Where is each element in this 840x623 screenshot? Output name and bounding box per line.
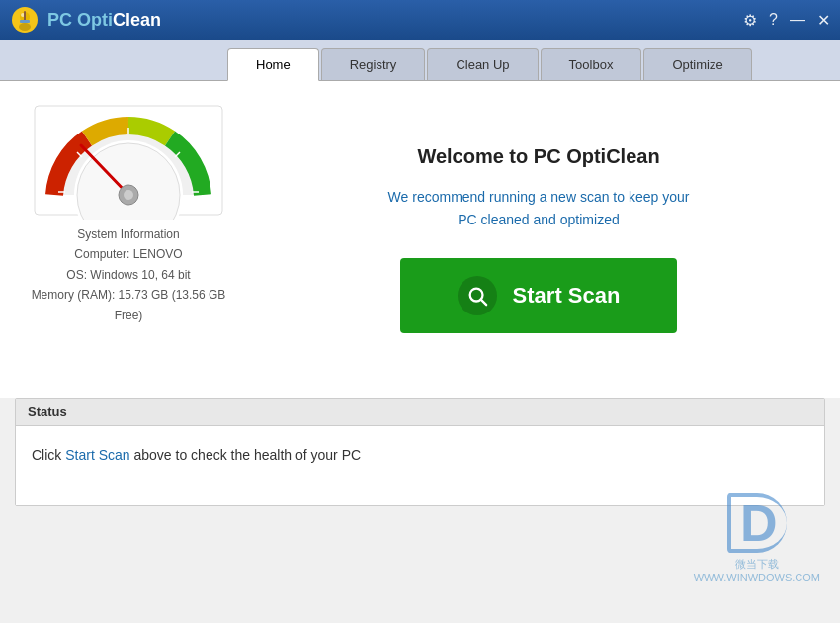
app-title: PC OptiClean — [47, 10, 743, 31]
watermark-logo: D — [727, 493, 787, 553]
app-logo-icon — [10, 5, 40, 35]
svg-point-11 — [124, 190, 133, 200]
status-prefix: Click — [32, 447, 65, 463]
tab-registry[interactable]: Registry — [321, 48, 426, 80]
title-bar: PC OptiClean ⚙ ? — ✕ — [0, 0, 840, 40]
svg-rect-4 — [24, 11, 26, 21]
gauge-chart — [30, 101, 227, 220]
start-scan-label: Start Scan — [513, 283, 621, 309]
tab-bar: Home Registry Clean Up Toolbox Optimize — [0, 40, 840, 81]
settings-icon[interactable]: ⚙ — [743, 11, 757, 30]
status-link: Start Scan — [65, 447, 129, 463]
status-suffix: above to check the health of your PC — [130, 447, 361, 463]
help-icon[interactable]: ? — [769, 11, 778, 29]
tab-optimize[interactable]: Optimize — [643, 48, 751, 80]
svg-line-18 — [480, 300, 486, 306]
main-content: System Information Computer: LENOVO OS: … — [0, 81, 840, 398]
computer-info: Computer: LENOVO — [20, 244, 237, 264]
os-info: OS: Windows 10, 64 bit — [20, 265, 237, 285]
start-scan-button[interactable]: Start Scan — [400, 258, 677, 333]
svg-rect-5 — [20, 20, 30, 23]
minimize-icon[interactable]: — — [790, 11, 805, 29]
system-info: System Information Computer: LENOVO OS: … — [20, 224, 237, 325]
right-panel: Welcome to PC OptiClean We recommend run… — [257, 101, 820, 378]
watermark: D 微当下载 WWW.WINWDOWS.COM — [694, 493, 820, 583]
system-info-label: System Information — [20, 224, 237, 244]
scan-icon — [458, 276, 497, 315]
watermark-chinese: 微当下载 — [694, 557, 820, 572]
status-text: Click Start Scan above to check the heal… — [32, 447, 361, 463]
svg-point-1 — [19, 23, 31, 31]
welcome-description: We recommend running a new scan to keep … — [380, 186, 697, 230]
tab-home[interactable]: Home — [227, 48, 319, 81]
status-panel: Status Click Start Scan above to check t… — [15, 398, 825, 506]
tab-toolbox[interactable]: Toolbox — [541, 48, 642, 80]
left-panel: System Information Computer: LENOVO OS: … — [20, 101, 237, 378]
status-header: Status — [16, 399, 824, 426]
memory-info: Memory (RAM): 15.73 GB (13.56 GB Free) — [20, 285, 237, 325]
tab-cleanup[interactable]: Clean Up — [427, 48, 538, 80]
watermark-url: WWW.WINWDOWS.COM — [694, 572, 820, 583]
close-icon[interactable]: ✕ — [817, 11, 830, 30]
welcome-title: Welcome to PC OptiClean — [417, 145, 659, 168]
